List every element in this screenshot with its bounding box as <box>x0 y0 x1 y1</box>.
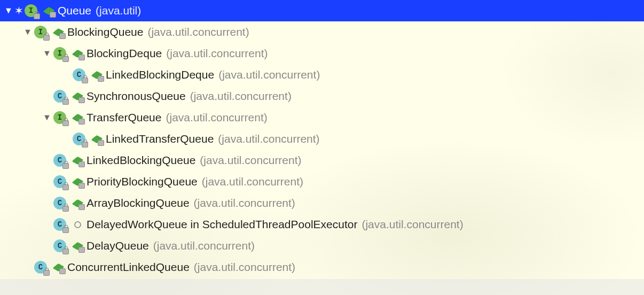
tree-row[interactable]: ▼IBlockingQueue(java.util.concurrent) <box>0 21 644 43</box>
library-lock-overlay-icon <box>62 249 69 254</box>
expand-arrow-down-icon[interactable]: ▼ <box>42 49 52 58</box>
footer-strip <box>0 279 644 295</box>
type-name-label: LinkedBlockingQueue <box>87 154 195 167</box>
library-lock-overlay-icon <box>82 77 88 83</box>
public-visibility-icon <box>72 240 83 252</box>
class-icon: C <box>53 175 66 188</box>
package-label: (java.util.concurrent) <box>166 47 268 60</box>
tree-row[interactable]: ▼CDelayedWorkQueue in ScheduledThreadPoo… <box>0 214 644 235</box>
expand-arrow-down-icon[interactable]: ▼ <box>22 27 33 37</box>
package-label: (java.util.concurrent) <box>153 239 255 252</box>
class-icon: C <box>73 68 85 81</box>
public-visibility-icon <box>72 197 83 209</box>
interface-icon: I <box>53 111 66 124</box>
library-lock-overlay-icon <box>82 142 88 148</box>
public-visibility-icon <box>72 154 83 166</box>
type-name-label: BlockingDeque <box>87 47 162 60</box>
library-lock-overlay-icon <box>43 35 50 41</box>
public-visibility-icon <box>72 112 83 123</box>
public-visibility-icon <box>52 261 64 273</box>
tree-row[interactable]: ▼IBlockingDeque(java.util.concurrent) <box>0 43 644 64</box>
package-label: (java.util.concurrent) <box>147 26 249 38</box>
expand-arrow-down-icon[interactable]: ▼ <box>3 6 14 15</box>
type-name-label: Queue <box>58 4 91 17</box>
public-visibility-icon <box>72 48 83 59</box>
public-visibility-icon <box>91 69 103 81</box>
tree-row[interactable]: ▼CPriorityBlockingQueue(java.util.concur… <box>0 171 644 192</box>
type-name-label: ConcurrentLinkedQueue <box>67 261 190 274</box>
package-label: (java.util.concurrent) <box>202 175 303 188</box>
type-name-label: TransferQueue <box>87 111 161 124</box>
package-label: (java.util.concurrent) <box>194 197 295 209</box>
tree-row[interactable]: ▼CDelayQueue(java.util.concurrent) <box>0 235 644 257</box>
class-icon: C <box>53 197 66 209</box>
type-name-label: BlockingQueue <box>67 26 143 38</box>
class-icon: C <box>53 239 66 252</box>
package-label: (java.util.concurrent) <box>218 68 320 81</box>
class-icon: C <box>34 261 47 274</box>
tree-row[interactable]: ▼CConcurrentLinkedQueue(java.util.concur… <box>0 257 644 278</box>
type-name-label: ArrayBlockingQueue <box>87 197 190 209</box>
library-lock-overlay-icon <box>62 227 69 233</box>
library-lock-overlay-icon <box>34 13 40 19</box>
library-lock-overlay-icon <box>62 56 69 62</box>
tree-row[interactable]: ▼CSynchronousQueue(java.util.concurrent) <box>0 86 644 107</box>
library-lock-overlay-icon <box>62 99 69 105</box>
type-name-label: PriorityBlockingQueue <box>87 175 198 188</box>
package-label: (java.util) <box>96 4 141 17</box>
class-icon: C <box>53 154 66 167</box>
expand-arrow-down-icon[interactable]: ▼ <box>42 113 52 122</box>
library-lock-overlay-icon <box>43 270 50 276</box>
library-lock-overlay-icon <box>62 163 69 169</box>
public-visibility-icon <box>43 5 54 17</box>
type-hierarchy-tree[interactable]: ▼✶IQueue(java.util)▼IBlockingQueue(java.… <box>0 0 644 278</box>
tree-row[interactable]: ▼CArrayBlockingQueue(java.util.concurren… <box>0 192 644 214</box>
interface-icon: I <box>53 47 66 60</box>
tree-row[interactable]: ▼CLinkedTransferQueue(java.util.concurre… <box>0 128 644 150</box>
package-private-visibility-icon <box>72 219 83 230</box>
package-label: (java.util.concurrent) <box>190 90 292 103</box>
library-lock-overlay-icon <box>62 120 69 126</box>
type-name-label: SynchronousQueue <box>87 90 186 103</box>
type-name-label: DelayedWorkQueue in ScheduledThreadPoolE… <box>87 218 357 231</box>
type-name-label: LinkedTransferQueue <box>106 133 214 145</box>
type-name-label: DelayQueue <box>87 239 149 252</box>
tree-row[interactable]: ▼CLinkedBlockingDeque(java.util.concurre… <box>0 64 644 86</box>
type-name-label: LinkedBlockingDeque <box>106 68 214 81</box>
interface-icon: I <box>34 26 47 38</box>
package-label: (java.util.concurrent) <box>166 111 267 124</box>
class-icon: C <box>73 133 85 145</box>
public-visibility-icon <box>91 133 103 145</box>
package-label: (java.util.concurrent) <box>362 218 463 231</box>
public-visibility-icon <box>72 176 83 188</box>
tree-row[interactable]: ▼ITransferQueue(java.util.concurrent) <box>0 107 644 128</box>
package-label: (java.util.concurrent) <box>194 261 295 274</box>
class-icon: C <box>53 90 66 103</box>
public-visibility-icon <box>52 26 64 38</box>
library-lock-overlay-icon <box>62 184 69 190</box>
tree-row[interactable]: ▼CLinkedBlockingQueue(java.util.concurre… <box>0 150 644 171</box>
interface-icon: I <box>25 4 37 17</box>
tree-row[interactable]: ▼✶IQueue(java.util) <box>0 0 644 21</box>
package-label: (java.util.concurrent) <box>218 133 319 145</box>
public-visibility-icon <box>72 90 83 102</box>
class-icon: C <box>53 218 66 231</box>
root-marker-asterisk-icon: ✶ <box>14 4 23 17</box>
library-lock-overlay-icon <box>62 206 69 212</box>
package-label: (java.util.concurrent) <box>200 154 301 167</box>
